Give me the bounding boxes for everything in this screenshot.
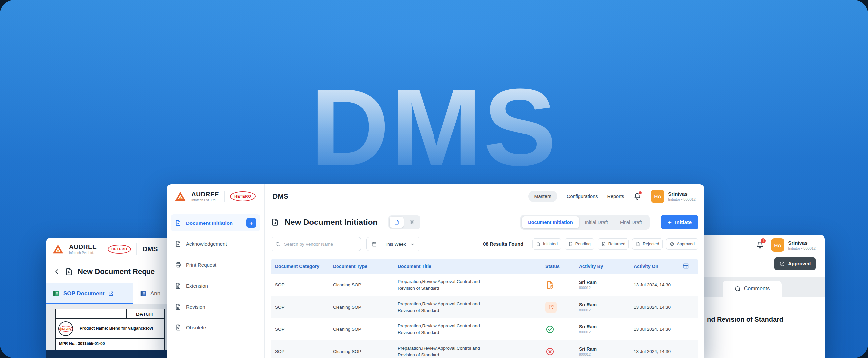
obsolete-icon [175, 324, 182, 331]
table-row[interactable]: SOP Cleaning SOP Preparation,Review,Appr… [271, 318, 698, 340]
sidebar-item-obsolete[interactable]: Obsolete [171, 319, 260, 336]
sidebar-item-acknowledgement[interactable]: Acknowledgement [171, 235, 260, 252]
check-circle-icon [779, 261, 785, 267]
viewer-toolbar [46, 350, 179, 358]
page-header-cell [56, 309, 127, 319]
spreadsheet-icon [53, 290, 60, 297]
notification-dot [639, 191, 642, 194]
nav-masters[interactable]: Masters [528, 191, 557, 202]
search-input[interactable] [284, 242, 357, 247]
dms-main-window: AUDREE Infotech Pvt. Ltd. HETERO DMS Mas… [167, 184, 704, 358]
chip-returned[interactable]: Returned [598, 238, 629, 250]
stage-tabs: Document Initiation Initial Draft Final … [520, 215, 650, 230]
revision-icon [175, 303, 182, 310]
sidebar-item-extension[interactable]: Extension [171, 277, 260, 294]
sidebar-item-print-request[interactable]: Print Request [171, 256, 260, 273]
column-settings-icon[interactable] [682, 262, 698, 271]
hero-background: DMS AUDREE Infotech Pvt. Ltd. HETERO DMS… [0, 0, 868, 358]
dms-watermark: DMS [310, 72, 558, 182]
tab-initial-draft[interactable]: Initial Draft [579, 216, 614, 228]
avatar: HA [771, 238, 784, 252]
document-initiation-icon [175, 220, 182, 227]
tab-final-draft[interactable]: Final Draft [614, 216, 648, 228]
document-icon [65, 267, 73, 276]
avatar: HA [651, 190, 664, 203]
user-menu[interactable]: HA Srinivas Initiator • 800012 [771, 238, 815, 252]
sidebar: Document Initiation + Acknowledgement Pr… [167, 208, 265, 358]
document-return-icon [601, 242, 606, 247]
vendor-search [271, 237, 361, 251]
status-initiated-icon [546, 280, 579, 290]
table-row[interactable]: SOP Cleaning SOP Preparation,Review,Appr… [271, 274, 698, 296]
chip-approved[interactable]: Approved [666, 238, 698, 250]
brand-tagline: Infotech Pvt. Ltd. [69, 251, 97, 255]
date-range-select[interactable]: This Week [366, 237, 420, 251]
nav-configurations[interactable]: Configurations [567, 194, 598, 199]
chip-pending[interactable]: Pending [565, 238, 594, 250]
page-title: New Document Reque [78, 267, 155, 276]
notification-bell-icon[interactable]: 1 [756, 241, 764, 250]
col-status: Status [546, 264, 579, 269]
audree-logo-icon [175, 191, 186, 201]
sidebar-item-document-initiation[interactable]: Document Initiation + [171, 214, 260, 231]
tab-label: SOP Document [63, 290, 104, 297]
main-content: New Document Initiation Document Initiat… [265, 208, 704, 358]
brand-name: AUDREE [191, 191, 219, 198]
nav-reports[interactable]: Reports [607, 194, 624, 199]
product-name-text: Product Name: Blend for Valganciclovi [76, 319, 164, 338]
audree-logo-icon [53, 244, 64, 254]
tab-comments[interactable]: Comments [722, 281, 782, 297]
status-filter-chips: Initiated Pending Returned Rejected [532, 238, 698, 250]
divider [136, 243, 136, 255]
tab-annexure[interactable]: Ann [133, 283, 167, 303]
app-title: DMS [143, 245, 158, 253]
document-clock-icon [568, 242, 573, 247]
top-navigation: Masters Configurations Reports HA Sriniv… [528, 190, 704, 203]
user-menu[interactable]: HA Srinivas Initiator • 800012 [651, 190, 695, 203]
acknowledgement-icon [175, 240, 182, 248]
printer-icon [175, 261, 182, 268]
calendar-icon [371, 241, 377, 247]
chip-initiated[interactable]: Initiated [532, 238, 561, 250]
notification-badge: 1 [761, 238, 766, 243]
user-name: Srinivas [668, 191, 695, 197]
sidebar-item-revision[interactable]: Revision [171, 298, 260, 315]
chip-rejected[interactable]: Rejected [632, 238, 663, 250]
table-row[interactable]: SOP Cleaning SOP Preparation,Review,Appr… [271, 340, 698, 358]
tab-document-initiation[interactable]: Document Initiation [522, 216, 579, 228]
document-request-window: AUDREE Infotech Pvt. Ltd. HETERO DMS New… [46, 238, 179, 358]
document-x-icon [636, 242, 641, 247]
document-icon [536, 242, 541, 247]
tab-label: Ann [151, 290, 160, 297]
mpr-number-text: MPR No.: 3011555-01-00 [56, 338, 164, 348]
document-title-fragment: nd Revision of Standard [707, 316, 819, 323]
divider [224, 191, 224, 202]
view-toggle-grid-icon[interactable] [405, 217, 419, 228]
col-document-title: Document Title [398, 264, 546, 269]
search-icon [275, 241, 281, 247]
external-link-icon[interactable] [108, 291, 114, 297]
brand-name: AUDREE [69, 243, 97, 251]
batch-record-page: BATCH HETERO Product Name: Blend for Val… [55, 308, 165, 355]
hetero-logo: HETERO [107, 245, 131, 254]
initiate-button[interactable]: + Initiate [661, 215, 698, 229]
tab-sop-document[interactable]: SOP Document [46, 283, 133, 303]
back-chevron-icon[interactable] [54, 268, 60, 275]
comments-bubble-icon [735, 286, 741, 292]
document-file-icon [140, 290, 147, 297]
status-rejected-icon [546, 347, 579, 356]
plus-icon: + [668, 219, 672, 226]
date-range-value: This Week [385, 242, 406, 247]
app-title: DMS [273, 192, 288, 200]
status-approved-icon [546, 325, 579, 334]
view-toggle-list-icon[interactable] [390, 217, 404, 228]
left-window-header: AUDREE Infotech Pvt. Ltd. HETERO DMS [46, 238, 179, 260]
user-role: Initiator • 800012 [788, 247, 815, 251]
check-circle-icon [670, 242, 674, 247]
brand-tagline: Infotech Pvt. Ltd. [191, 198, 219, 202]
notification-bell-icon[interactable] [633, 192, 642, 201]
add-document-button[interactable]: + [246, 218, 256, 228]
table-row[interactable]: SOP Cleaning SOP Preparation,Review,Appr… [271, 296, 698, 318]
chevron-down-icon [410, 241, 415, 247]
document-preview-area: BATCH HETERO Product Name: Blend for Val… [46, 304, 179, 358]
